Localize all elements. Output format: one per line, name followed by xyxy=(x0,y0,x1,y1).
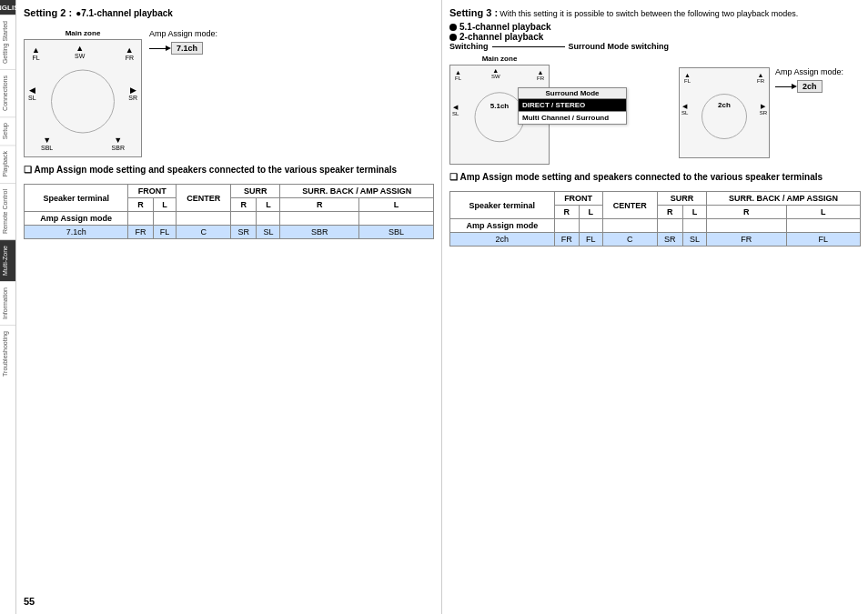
spk3-2ch-sr: ▶ SR xyxy=(760,103,767,116)
th-front-r: R xyxy=(128,198,153,212)
setting2-title: Setting 2 : xyxy=(24,7,72,18)
setting3-amp-arrow: 2ch xyxy=(775,80,843,93)
th-amp-mode-label: Amp Assign mode xyxy=(25,212,128,226)
td3-c: C xyxy=(602,233,657,247)
sidebar: ENGLISH Getting Started Connections Setu… xyxy=(0,0,16,614)
setting2-table: Speaker terminal FRONT CENTER SURR SURR.… xyxy=(24,184,434,239)
setting3-panel: Setting 3 : With this setting it is poss… xyxy=(442,0,868,614)
setting2-panel: Setting 2 : ●7.1-channel playback Main z… xyxy=(16,0,442,614)
switching-line xyxy=(492,46,565,47)
setting3-title: Setting 3 : xyxy=(449,7,498,18)
td-empty7 xyxy=(359,212,434,226)
setting2-mode-badge: 7.1ch xyxy=(171,42,203,55)
td3-empty5 xyxy=(682,219,706,233)
sidebar-item-troubleshooting[interactable]: Troubleshooting xyxy=(0,325,15,382)
spk-sbl: ▼ SBL xyxy=(41,136,53,151)
setting3-amp-assign: Amp Assign mode: 2ch xyxy=(775,67,843,93)
sidebar-item-playback[interactable]: Playback xyxy=(0,145,15,182)
th-front-l: L xyxy=(153,198,176,212)
td3-empty2 xyxy=(580,219,603,233)
th-front: FRONT xyxy=(128,185,177,198)
td3-empty6 xyxy=(707,219,787,233)
th-center: CENTER xyxy=(177,185,231,212)
arrow-line xyxy=(149,48,167,49)
bullet2-text: 2-channel playback xyxy=(459,32,543,42)
51ch-label: 5.1ch xyxy=(490,102,509,110)
setting2-amp-assign-label: Amp Assign mode: xyxy=(149,29,217,38)
arrow-line-2 xyxy=(775,86,793,87)
main-content: Setting 2 : ●7.1-channel playback Main z… xyxy=(16,0,868,614)
setting3-section-header: ❑ Amp Assign mode setting and speakers c… xyxy=(449,172,861,182)
setting2-subtitle: ●7.1-channel playback xyxy=(76,8,173,18)
spk-sw: ▲ SW xyxy=(75,44,85,59)
td-mode-71ch: 7.1ch xyxy=(25,226,128,239)
th3-amp-mode-label: Amp Assign mode xyxy=(450,219,555,233)
spk3-fr: ▲ FR xyxy=(537,69,544,81)
spk3-fl: ▲ FL xyxy=(455,69,461,81)
setting3-table: Speaker terminal FRONT CENTER SURR SURR.… xyxy=(449,191,861,247)
page-number: 55 xyxy=(24,596,35,607)
surround-mode-title: Surround Mode xyxy=(519,88,626,99)
setting2-section-header: ❑ Amp Assign mode setting and speakers c… xyxy=(24,165,434,175)
setting3-amp-label: Amp Assign mode: xyxy=(775,67,843,76)
td3-fr: FR xyxy=(554,233,579,247)
spk-sbr: ▼ SBR xyxy=(112,136,125,151)
sidebar-item-multi-zone[interactable]: Multi-Zone xyxy=(0,239,15,281)
td3-empty7 xyxy=(786,219,860,233)
setting2-main-zone-label: Main zone xyxy=(66,29,101,37)
setting3-diagram2: ▲ FL ▲ FR ◀ SL ▶ SR xyxy=(679,67,770,158)
th3-front-r: R xyxy=(554,206,579,219)
bullet1-text: 5.1-channel playback xyxy=(459,22,551,32)
surround-label-text: Surround Mode switching xyxy=(569,42,670,51)
spk-sl: ◀ SL xyxy=(28,86,36,101)
td3-sr: SR xyxy=(657,233,682,247)
main-zone-label-right: Main zone xyxy=(449,55,550,63)
td3-fl: FL xyxy=(580,233,603,247)
th-surr: SURR xyxy=(231,185,280,198)
setting2-amp-assign-arrow: 7.1ch xyxy=(149,42,217,55)
th-surr-r: R xyxy=(231,198,257,212)
td3-sl: SL xyxy=(682,233,706,247)
sidebar-item-connections[interactable]: Connections xyxy=(0,69,15,116)
sidebar-item-information[interactable]: Information xyxy=(0,281,15,325)
setting3-bullet1: 5.1-channel playback xyxy=(449,22,861,32)
td3-mode-2ch: 2ch xyxy=(450,233,555,247)
th-speaker-terminal: Speaker terminal xyxy=(25,185,128,212)
spk3-2ch-fr: ▲ FR xyxy=(757,72,764,84)
sidebar-item-getting-started[interactable]: Getting Started xyxy=(0,15,15,69)
setting2-diagram-area: Main zone ▲ FL ▲ SW ▲ FR xyxy=(24,29,434,157)
th-back-l: L xyxy=(359,198,434,212)
setting3-description: With this setting it is possible to swit… xyxy=(500,9,798,18)
td-empty2 xyxy=(153,212,176,226)
td3-empty4 xyxy=(657,219,682,233)
sidebar-item-remote-control[interactable]: Remote Control xyxy=(0,183,15,239)
th3-surr-l: L xyxy=(682,206,706,219)
td-sbr: SBR xyxy=(280,226,359,239)
spk-sr: ▶ SR xyxy=(128,86,137,101)
td-empty1 xyxy=(128,212,153,226)
spk3-2ch-sl: ◀ SL xyxy=(681,103,688,116)
td-empty6 xyxy=(280,212,359,226)
setting3-bullet2: 2-channel playback xyxy=(449,32,861,42)
switching-text: Switching xyxy=(449,42,489,51)
mode-multi-channel: Multi Channel / Surround xyxy=(519,111,626,124)
spk-fr: ▲ FR xyxy=(126,45,134,61)
sidebar-item-setup[interactable]: Setup xyxy=(0,116,15,145)
spk-fl: ▲ FL xyxy=(32,45,40,61)
th3-surr-back: SURR. BACK / AMP ASSIGN xyxy=(707,192,861,206)
td-fr: FR xyxy=(128,226,153,239)
td3-sbl: FL xyxy=(786,233,860,247)
td-empty5 xyxy=(257,212,280,226)
spk3-sw: ▲ SW xyxy=(491,67,500,79)
spk3-sl: ◀ SL xyxy=(452,104,459,116)
bullet-circle-2 xyxy=(449,34,457,41)
td-sbl: SBL xyxy=(359,226,434,239)
th3-speaker-terminal: Speaker terminal xyxy=(450,192,555,219)
th-surr-l: L xyxy=(257,198,280,212)
td-empty4 xyxy=(231,212,257,226)
switching-label: Switching Surround Mode switching xyxy=(449,42,861,51)
th3-back-l: L xyxy=(786,206,860,219)
td-fl: FL xyxy=(153,226,176,239)
setting2-diagram-wrapper: Main zone ▲ FL ▲ SW ▲ FR xyxy=(24,29,142,157)
surround-mode-popup: Surround Mode DIRECT / STEREO Multi Chan… xyxy=(518,87,627,125)
